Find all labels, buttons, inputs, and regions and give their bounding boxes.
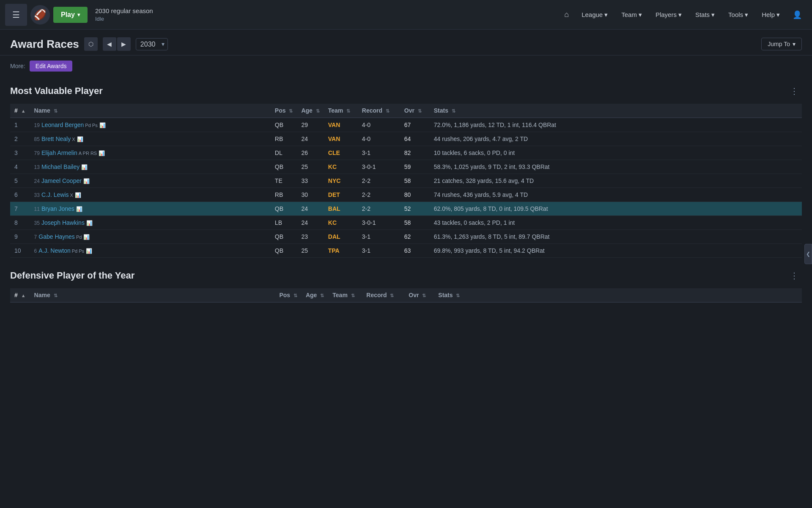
team-link[interactable]: KC bbox=[328, 219, 337, 226]
col-pos[interactable]: Pos ⇅ bbox=[271, 104, 297, 118]
edit-awards-button[interactable]: Edit Awards bbox=[30, 61, 73, 72]
players-nav-button[interactable]: Players ▾ bbox=[650, 8, 688, 22]
chart-icon[interactable]: 📊 bbox=[86, 220, 93, 226]
dpoy-col-age[interactable]: Age ⇅ bbox=[302, 288, 328, 302]
user-nav-button[interactable]: 👤 bbox=[787, 7, 807, 23]
name-cell: 33C.J. LewisX📊 bbox=[30, 188, 271, 202]
team-link[interactable]: KC bbox=[328, 163, 337, 170]
pos-cell: DL bbox=[271, 146, 297, 160]
team-link[interactable]: VAN bbox=[328, 135, 340, 142]
mvp-menu-button[interactable]: ⋮ bbox=[787, 84, 802, 98]
help-nav-button[interactable]: Help ▾ bbox=[756, 8, 786, 22]
chart-icon[interactable]: 📊 bbox=[99, 122, 106, 128]
record-cell: 4-0 bbox=[358, 132, 400, 146]
help-label: Help bbox=[762, 11, 775, 18]
age-cell: 29 bbox=[297, 118, 324, 132]
age-cell: 24 bbox=[297, 216, 324, 230]
year-select[interactable]: 2030 2029 2028 bbox=[136, 38, 168, 50]
dpoy-col-name[interactable]: Name ⇅ bbox=[30, 288, 275, 302]
team-link[interactable]: VAN bbox=[328, 121, 340, 128]
name-cell: 6A.J. NewtonPd Ps📊 bbox=[30, 244, 271, 258]
sidebar-toggle[interactable]: ❮ bbox=[804, 244, 812, 264]
dpoy-col-ovr[interactable]: Ovr ⇅ bbox=[404, 288, 434, 302]
chart-icon[interactable]: 📊 bbox=[75, 192, 81, 198]
ovr-cell: 82 bbox=[400, 146, 430, 160]
col-team[interactable]: Team ⇅ bbox=[324, 104, 358, 118]
pos-cell: RB bbox=[271, 188, 297, 202]
prev-year-button[interactable]: ◀ bbox=[103, 37, 116, 51]
player-link[interactable]: Elijah Armelin bbox=[41, 149, 77, 156]
dpoy-col-rank[interactable]: # ▲ bbox=[10, 288, 30, 302]
col-record[interactable]: Record ⇅ bbox=[358, 104, 400, 118]
player-link[interactable]: Jameel Cooper bbox=[41, 177, 82, 184]
mvp-section-title: Most Valuable Player bbox=[10, 86, 103, 97]
dpoy-age-sort-icon: ⇅ bbox=[320, 293, 324, 298]
chart-icon[interactable]: 📊 bbox=[83, 234, 90, 240]
tools-nav-button[interactable]: Tools ▾ bbox=[722, 8, 754, 22]
ovr-cell: 52 bbox=[400, 202, 430, 216]
team-cell: TPA bbox=[324, 244, 358, 258]
league-dropdown-arrow: ▾ bbox=[604, 11, 608, 19]
chart-icon[interactable]: 📊 bbox=[81, 164, 88, 170]
page-header-left: Award Races ⬡ ◀ ▶ 2030 2029 2028 bbox=[10, 37, 168, 51]
pos-cell: QB bbox=[271, 202, 297, 216]
stats-nav-button[interactable]: Stats ▾ bbox=[689, 8, 721, 22]
team-link[interactable]: DET bbox=[328, 191, 340, 198]
stats-cell: 10 tackles, 6 sacks, 0 PD, 0 int bbox=[430, 146, 802, 160]
age-cell: 24 bbox=[297, 202, 324, 216]
player-link[interactable]: A.J. Newton bbox=[38, 247, 70, 254]
col-stats[interactable]: Stats ⇅ bbox=[430, 104, 802, 118]
col-name[interactable]: Name ⇅ bbox=[30, 104, 271, 118]
rank-cell: 10 bbox=[10, 244, 30, 258]
export-button[interactable]: ⬡ bbox=[84, 37, 98, 51]
team-link[interactable]: CLE bbox=[328, 149, 340, 156]
chart-icon[interactable]: 📊 bbox=[77, 136, 83, 142]
col-ovr[interactable]: Ovr ⇅ bbox=[400, 104, 430, 118]
age-cell: 25 bbox=[297, 244, 324, 258]
team-link[interactable]: DAL bbox=[328, 233, 340, 240]
dpoy-table: # ▲ Name ⇅ Pos ⇅ Age ⇅ Team ⇅ bbox=[10, 288, 802, 303]
team-link[interactable]: BAL bbox=[328, 205, 340, 212]
tools-label: Tools bbox=[728, 11, 743, 18]
player-link[interactable]: Joseph Hawkins bbox=[41, 219, 85, 226]
chart-icon[interactable]: 📊 bbox=[99, 150, 105, 156]
record-cell: 3-0-1 bbox=[358, 216, 400, 230]
player-link[interactable]: Brett Nealy bbox=[41, 135, 71, 142]
player-number: 24 bbox=[34, 178, 40, 184]
team-nav-button[interactable]: Team ▾ bbox=[615, 8, 648, 22]
player-link[interactable]: Bryan Jones bbox=[41, 205, 74, 212]
chart-icon[interactable]: 📊 bbox=[86, 248, 92, 254]
dpoy-col-pos[interactable]: Pos ⇅ bbox=[275, 288, 302, 302]
hamburger-button[interactable]: ☰ bbox=[5, 4, 27, 26]
chart-icon[interactable]: 📊 bbox=[83, 178, 90, 184]
ovr-cell: 58 bbox=[400, 216, 430, 230]
next-year-button[interactable]: ▶ bbox=[117, 37, 131, 51]
dpoy-col-team[interactable]: Team ⇅ bbox=[328, 288, 362, 302]
dpoy-section-header: Defensive Player of the Year ⋮ bbox=[10, 269, 802, 282]
player-number: 7 bbox=[34, 234, 37, 240]
team-link[interactable]: TPA bbox=[328, 247, 340, 254]
dpoy-col-stats[interactable]: Stats ⇅ bbox=[434, 288, 802, 302]
dpoy-menu-button[interactable]: ⋮ bbox=[787, 269, 802, 282]
player-badge: X bbox=[70, 193, 73, 198]
home-nav-button[interactable]: ⌂ bbox=[559, 7, 574, 22]
player-link[interactable]: C.J. Lewis bbox=[41, 191, 69, 198]
name-cell: 11Bryan Jones📊 bbox=[30, 202, 271, 216]
team-link[interactable]: NYC bbox=[328, 177, 341, 184]
col-rank[interactable]: # ▲ bbox=[10, 104, 30, 118]
player-link[interactable]: Leonard Bergen bbox=[41, 121, 84, 128]
dpoy-col-record[interactable]: Record ⇅ bbox=[362, 288, 404, 302]
player-link[interactable]: Michael Bailey bbox=[41, 163, 80, 170]
record-cell: 2-2 bbox=[358, 202, 400, 216]
dpoy-pos-sort-icon: ⇅ bbox=[294, 293, 297, 298]
chart-icon[interactable]: 📊 bbox=[76, 206, 82, 212]
col-age[interactable]: Age ⇅ bbox=[297, 104, 324, 118]
league-nav-button[interactable]: League ▾ bbox=[576, 8, 614, 22]
player-link[interactable]: Gabe Haynes bbox=[38, 233, 75, 240]
help-dropdown-arrow: ▾ bbox=[776, 11, 780, 19]
play-button[interactable]: Play ▾ bbox=[53, 7, 88, 23]
pos-cell: QB bbox=[271, 160, 297, 174]
mvp-section-header: Most Valuable Player ⋮ bbox=[10, 84, 802, 98]
jump-to-button[interactable]: Jump To ▾ bbox=[761, 38, 802, 50]
table-row: 711Bryan Jones📊QB24BAL2-25262.0%, 805 ya… bbox=[10, 202, 802, 216]
